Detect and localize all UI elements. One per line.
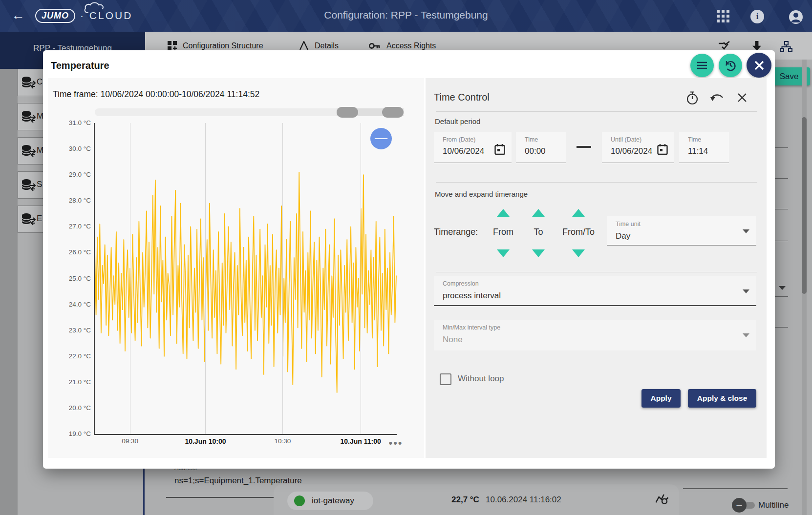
time-unit-value: Day: [616, 231, 630, 241]
y-tick-label: 27.0 °C: [52, 223, 91, 230]
x-gridline: [205, 123, 206, 434]
y-tick-label: 21.0 °C: [52, 378, 91, 386]
temperature-line-chart: [95, 123, 397, 434]
from-date-field[interactable]: From (Date) 10/06/2024: [434, 132, 512, 163]
until-date-field[interactable]: Until (Date) 10/06/2024: [602, 132, 674, 163]
y-tick-label: 20.0 °C: [52, 404, 91, 412]
until-date-label: Until (Date): [611, 136, 641, 143]
y-tick-label: 25.0 °C: [52, 275, 91, 282]
timerange-option-from-to: From/To: [552, 227, 605, 237]
y-tick-label: 26.0 °C: [52, 248, 91, 256]
timeframe-text: Time frame: 10/06/2024 00:00:00-10/06/20…: [53, 89, 259, 100]
until-date-value[interactable]: 10/06/2024: [611, 146, 652, 156]
timerange-to-up-button[interactable]: [532, 209, 545, 217]
apply-button[interactable]: Apply: [641, 389, 681, 408]
time-unit-select[interactable]: Time unit Day: [607, 216, 756, 246]
timerange-from-to-up-button[interactable]: [572, 209, 585, 217]
timerange-from-up-button[interactable]: [497, 209, 510, 217]
until-time-value[interactable]: 11:14: [688, 146, 708, 156]
history-clock-icon: [724, 59, 737, 72]
y-tick-label: 29.0 °C: [52, 171, 91, 178]
apply-close-button[interactable]: Apply & close: [688, 389, 756, 408]
default-period-label: Default period: [435, 117, 480, 125]
close-icon: [754, 61, 764, 70]
close-dialog-button[interactable]: [747, 53, 771, 78]
from-time-label: Time: [525, 136, 538, 143]
compression-select[interactable]: Compression process interval: [434, 276, 756, 306]
close-panel-icon[interactable]: [737, 92, 748, 105]
without-loop-label: Without loop: [458, 374, 504, 384]
until-time-label: Time: [688, 136, 701, 143]
move-expand-label: Move and expand timerange: [435, 190, 528, 198]
timerange-from-down-button[interactable]: [497, 249, 510, 257]
until-time-field[interactable]: Time 11:14: [679, 132, 729, 163]
screen: Configuration Structure Details Access R…: [0, 0, 812, 515]
y-tick-label: 28.0 °C: [52, 197, 91, 204]
divider: [436, 182, 757, 183]
y-tick-label: 23.0 °C: [52, 327, 91, 334]
x-tick-label: 09:30: [93, 437, 167, 445]
time-unit-label: Time unit: [616, 221, 641, 227]
account-icon[interactable]: [789, 10, 801, 22]
y-tick-label: 19.0 °C: [52, 430, 91, 437]
range-slider-handle-left[interactable]: [337, 107, 358, 118]
undo-icon[interactable]: [710, 93, 725, 106]
x-gridline: [130, 123, 130, 434]
divider: [436, 111, 757, 112]
x-gridline: [361, 123, 361, 434]
minmax-value: None: [443, 335, 463, 345]
timerange-to-down-button[interactable]: [532, 249, 545, 257]
from-date-value[interactable]: 10/06/2024: [443, 146, 484, 156]
y-tick-label: 22.0 °C: [52, 352, 91, 360]
info-icon[interactable]: i: [750, 10, 764, 23]
compression-value: process interval: [443, 291, 501, 301]
from-time-value[interactable]: 00:00: [525, 146, 546, 156]
x-tick-label: 10:30: [246, 437, 319, 445]
timerange-from-to-down-button[interactable]: [572, 249, 585, 257]
period-dash: [577, 146, 591, 148]
chevron-down-icon: [743, 333, 749, 337]
chevron-down-icon: [743, 229, 749, 233]
list-view-button[interactable]: [690, 54, 714, 77]
stopwatch-icon[interactable]: [686, 91, 699, 107]
temperature-dialog: Temperature Time frame: 10/06/2024 00:00…: [43, 50, 775, 469]
time-control-title: Time Control: [434, 92, 490, 103]
page-title: Configuration: RPP - Testumgebung: [0, 9, 812, 21]
apps-grid-icon[interactable]: [717, 10, 729, 22]
x-tick-label: 10.Jun 11:00: [324, 437, 397, 445]
x-tick-label: 10.Jun 10:00: [169, 437, 242, 445]
compression-label: Compression: [443, 280, 479, 287]
calendar-icon[interactable]: [657, 144, 668, 157]
from-date-label: From (Date): [443, 136, 475, 143]
history-button[interactable]: [719, 54, 742, 77]
list-icon: [697, 62, 707, 69]
from-time-field[interactable]: Time 00:00: [516, 132, 566, 163]
divider: [436, 272, 757, 272]
y-tick-label: 31.0 °C: [52, 119, 91, 126]
dialog-title: Temperature: [51, 60, 109, 71]
y-tick-label: 24.0 °C: [52, 301, 91, 308]
range-slider-handle-right[interactable]: [382, 107, 404, 118]
without-loop-checkbox[interactable]: [440, 373, 451, 385]
chevron-down-icon: [743, 289, 749, 293]
minmax-interval-select[interactable]: Min/Max interval type None: [434, 320, 756, 350]
x-gridline: [282, 123, 283, 434]
calendar-icon[interactable]: [494, 144, 505, 157]
top-bar: ← JUMO · CLOUD Configuration: RPP - Test…: [0, 0, 812, 32]
y-tick-label: 30.0 °C: [52, 145, 91, 152]
minmax-label: Min/Max interval type: [443, 324, 500, 331]
